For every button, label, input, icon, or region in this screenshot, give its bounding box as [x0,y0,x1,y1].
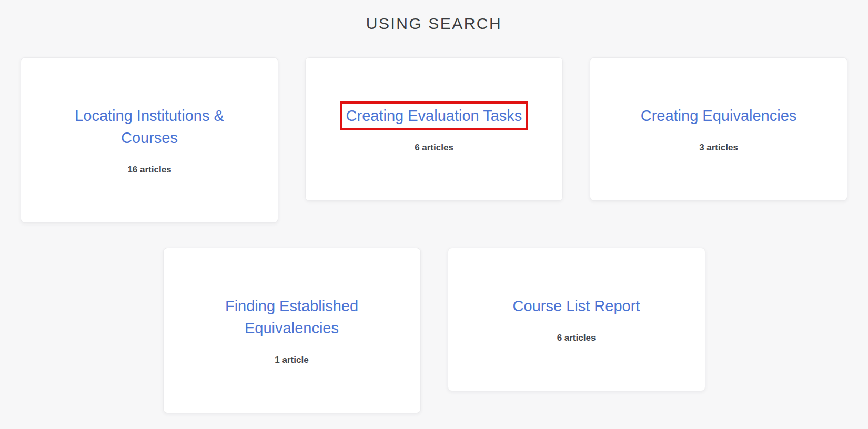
link-course-list-report[interactable]: Course List Report [477,295,677,317]
red-highlight-box: Creating Evaluation Tasks [340,101,529,130]
card-creating-equivalencies[interactable]: Creating Equivalencies 3 articles [590,57,847,201]
card-finding-established-equivalencies[interactable]: Finding Established Equivalencies 1 arti… [163,248,421,413]
card-course-list-report[interactable]: Course List Report 6 articles [448,248,705,391]
article-count: 3 articles [611,141,826,155]
article-count: 1 article [185,353,399,367]
article-count: 6 articles [469,331,684,345]
link-finding-established-equivalencies[interactable]: Finding Established Equivalencies [192,295,392,339]
article-count: 16 articles [42,163,257,177]
card-locating-institutions-courses[interactable]: Locating Institutions & Courses 16 artic… [21,57,278,223]
link-locating-institutions-courses[interactable]: Locating Institutions & Courses [49,105,249,149]
link-creating-evaluation-tasks[interactable]: Creating Evaluation Tasks [346,105,522,127]
section-heading: USING SEARCH [0,0,868,34]
card-creating-evaluation-tasks[interactable]: Creating Evaluation Tasks 6 articles [305,57,563,201]
article-count: 6 articles [327,141,541,155]
card-row-2: Finding Established Equivalencies 1 arti… [0,248,868,413]
card-row-1: Locating Institutions & Courses 16 artic… [0,57,868,223]
link-creating-equivalencies[interactable]: Creating Equivalencies [619,105,819,127]
collections-grid: Locating Institutions & Courses 16 artic… [0,57,868,413]
